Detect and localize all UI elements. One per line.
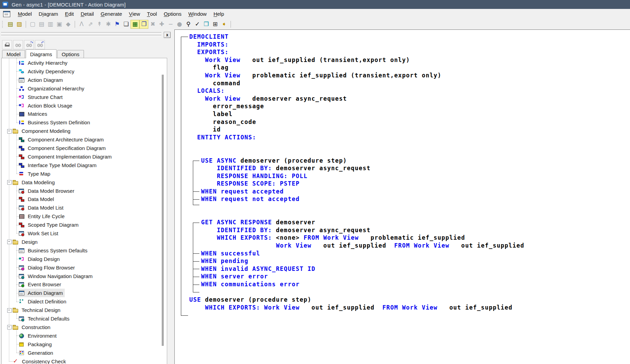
- menu-window[interactable]: Window: [185, 9, 210, 19]
- tree-item-packaging[interactable]: Packaging: [2, 340, 167, 349]
- rebar-groove[interactable]: [1, 35, 161, 36]
- open-icon[interactable]: ▨: [15, 20, 23, 28]
- mdi-child-icon[interactable]: [3, 11, 10, 17]
- magnifier-icon[interactable]: ⚲: [184, 20, 193, 28]
- panel-close-button[interactable]: x: [164, 32, 171, 38]
- action-diagram-pane[interactable]: DEMOCLIENT IMPORTS: EXPORTS: Work View o…: [174, 29, 630, 364]
- tree-item-body: Technical Defaults: [18, 314, 71, 323]
- tree-item-generation[interactable]: Generation: [2, 349, 167, 357]
- tree-item-activity-hierarchy[interactable]: Activity Hierarchy: [2, 59, 167, 67]
- tree-item-interface-type-model-diagram[interactable]: Interface Type Model Diagram: [2, 161, 167, 170]
- tree-item-technical-design[interactable]: Technical Design: [2, 306, 167, 314]
- tree-item-label: Matrices: [28, 111, 47, 117]
- menu-tool[interactable]: Tool: [144, 9, 160, 19]
- tree-item-activity-dependency[interactable]: Activity Dependency: [2, 67, 167, 76]
- tree-item-dialect-definition[interactable]: Dialect Definition: [2, 297, 167, 306]
- tree-item-type-map[interactable]: Type Map: [2, 170, 167, 178]
- tab-model[interactable]: Model: [2, 50, 25, 58]
- edit-window-icon[interactable]: ❐: [140, 20, 148, 28]
- lambda-icon[interactable]: Λ: [77, 20, 86, 28]
- tree-item-event-browser[interactable]: Event Browser: [2, 280, 167, 289]
- tree-item-entity-life-cycle[interactable]: Entity Life Cycle: [2, 212, 167, 221]
- tree-item-window-navigation-diagram[interactable]: Window Navigation Diagram: [2, 272, 167, 280]
- matrix-icon[interactable]: ▦: [131, 20, 139, 28]
- asterisk-icon[interactable]: ✱: [104, 20, 112, 28]
- tree-item-technical-defaults[interactable]: Technical Defaults: [2, 314, 167, 323]
- tree-item-design[interactable]: Design: [2, 238, 167, 246]
- tree-item-component-modeling[interactable]: Component Modeling: [2, 127, 167, 135]
- tree-item-component-architecture-diagram[interactable]: Component Architecture Diagram: [2, 135, 167, 144]
- find-button[interactable]: [13, 40, 23, 49]
- rebar-groove[interactable]: [1, 32, 161, 34]
- tree-item-dialog-flow-browser[interactable]: Dialog Flow Browser: [2, 263, 167, 272]
- flag-icon[interactable]: ⚑: [113, 20, 121, 28]
- main-toolbar: ▤▨▢▤▥▣◆Λ⇗↟✱⚑❏▦❐✖✚−●⚲✓❒⊞➧: [0, 19, 630, 29]
- exit-icon[interactable]: ➧: [220, 20, 228, 28]
- tree-item-data-model[interactable]: Data Model: [2, 195, 167, 203]
- promote-icon[interactable]: ↟: [95, 20, 103, 28]
- menu-options[interactable]: Options: [160, 9, 185, 19]
- activity-dependency-icon: [19, 69, 24, 74]
- tree-item-label: Technical Defaults: [28, 316, 70, 322]
- tree-item-matrices[interactable]: Matrices: [2, 110, 167, 118]
- grid-icon[interactable]: ⊞: [211, 20, 219, 28]
- menu-help[interactable]: Help: [210, 9, 227, 19]
- delete-icon[interactable]: ✖: [149, 20, 157, 28]
- tree-item-body: Interface Type Model Diagram: [18, 161, 98, 170]
- document-icon[interactable]: ❒: [202, 20, 210, 28]
- print-button[interactable]: [2, 40, 12, 49]
- tree-item-body: Data Model: [18, 195, 56, 203]
- tree-item-label: Data Model Browser: [28, 188, 74, 194]
- tree-item-data-model-browser[interactable]: Data Model Browser: [2, 187, 167, 195]
- tree-item-work-set-list[interactable]: Work Set List: [2, 229, 167, 238]
- expand-icon[interactable]: ⇗: [86, 20, 95, 28]
- bullet-icon[interactable]: ●: [175, 20, 184, 28]
- find-previous-button[interactable]: ↶: [35, 40, 45, 49]
- tree-item-action-block-usage[interactable]: Action Block Usage: [2, 101, 167, 110]
- menu-generate[interactable]: Generate: [97, 9, 126, 19]
- tree-item-component-implementation-diagram[interactable]: Component Implementation Diagram: [2, 152, 167, 161]
- tree-item-consistency-check[interactable]: Consistency Check: [2, 357, 167, 364]
- menu-detail[interactable]: Detail: [77, 9, 97, 19]
- technical-design-icon: [13, 307, 18, 313]
- tree-item-data-model-list[interactable]: Data Model List: [2, 203, 167, 212]
- tree-item-scoped-type-diagram[interactable]: Scoped Type Diagram: [2, 221, 167, 229]
- menu-model[interactable]: Model: [14, 9, 35, 19]
- subtract-icon[interactable]: −: [166, 20, 175, 28]
- menu-view[interactable]: View: [125, 9, 144, 19]
- collapse-toggle[interactable]: [7, 180, 12, 185]
- title-bar: Gen - async1 - [DEMOCLIENT - Action Diag…: [0, 0, 630, 9]
- detail-list-view-icon[interactable]: ▥: [46, 20, 54, 28]
- window-view-icon[interactable]: ▢: [28, 20, 37, 28]
- diamond-icon[interactable]: ◆: [64, 20, 72, 28]
- tab-diagrams[interactable]: Diagrams: [26, 49, 57, 58]
- collapse-toggle[interactable]: [7, 308, 12, 313]
- tree-item-component-specification-diagram[interactable]: Component Specification Diagram: [2, 144, 167, 152]
- menu-diagram[interactable]: Diagram: [35, 9, 62, 19]
- tree-item-structure-chart[interactable]: Structure Chart: [2, 93, 167, 101]
- tree-item-data-modeling[interactable]: Data Modeling: [2, 178, 167, 187]
- menu-edit[interactable]: Edit: [62, 9, 77, 19]
- add-icon[interactable]: ✚: [158, 20, 166, 28]
- tree-item-action-diagram[interactable]: Action Diagram: [2, 76, 167, 84]
- save-icon[interactable]: ▤: [6, 20, 14, 28]
- list-view-icon[interactable]: ▤: [37, 20, 46, 28]
- tree-scrollbar-thumb[interactable]: [162, 75, 164, 346]
- tree-item-dialog-design[interactable]: Dialog Design: [2, 255, 167, 263]
- tree-item-action-diagram[interactable]: Action Diagram: [2, 289, 167, 297]
- find-next-button[interactable]: ↷: [24, 40, 34, 49]
- tree-item-business-system-definition[interactable]: Business System Definition: [2, 118, 167, 127]
- collapse-toggle[interactable]: [7, 325, 12, 329]
- tab-options[interactable]: Options: [57, 50, 84, 58]
- tree-item-business-system-defaults[interactable]: Business System Defaults: [2, 246, 167, 255]
- collapse-toggle[interactable]: [7, 129, 12, 134]
- block-view-icon[interactable]: ▣: [55, 20, 63, 28]
- tree-item-organizational-hierarchy[interactable]: Organizational Hierarchy: [2, 84, 167, 93]
- action-diagram-icon[interactable]: ❏: [122, 20, 130, 28]
- design-icon: [13, 239, 18, 244]
- tree-item-construction[interactable]: Construction: [2, 323, 167, 331]
- toolbar-gripper[interactable]: [2, 21, 4, 28]
- collapse-toggle[interactable]: [7, 240, 12, 244]
- tree-item-environment[interactable]: Environment: [2, 331, 167, 340]
- check-icon[interactable]: ✓: [193, 20, 201, 28]
